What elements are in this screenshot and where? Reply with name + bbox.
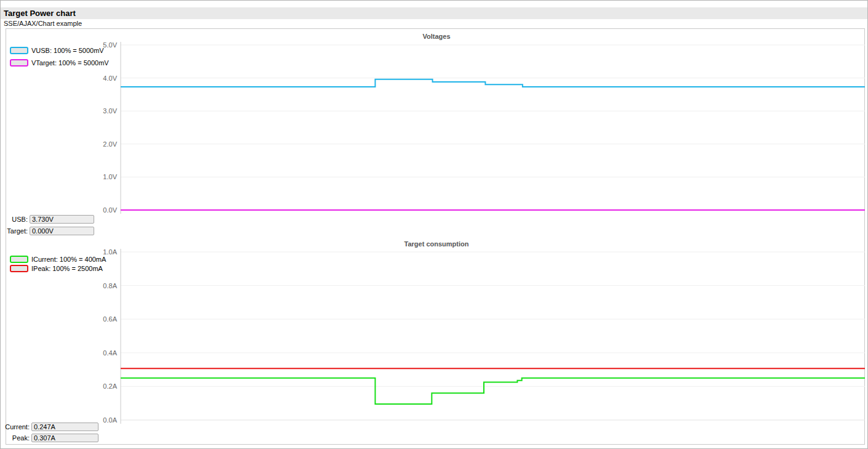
current-field-input[interactable] [31,423,98,431]
usb-field-row: USB: [1,214,94,224]
voltage-legend: VUSB: 100% = 5000mV VTarget: 100% = 5000… [10,47,109,71]
current-legend: ICurrent: 100% = 400mA IPeak: 100% = 250… [10,256,106,274]
icurrent-legend-label: ICurrent: 100% = 400mA [31,256,106,263]
title-bar: Target Power chart [1,7,867,19]
vusb-legend-label: VUSB: 100% = 5000mV [31,47,104,54]
page-subtitle: SSE/AJAX/Chart example [4,20,82,27]
current-field-label: Current: [1,423,30,431]
y-tick-label: 1.0V [103,173,117,180]
ipeak-legend-label: IPeak: 100% = 2500mA [31,265,103,272]
peak-field-input[interactable] [31,434,98,442]
y-tick-label: 0.4A [103,349,117,357]
peak-field-row: Peak: [1,433,98,442]
y-tick-label: 0.0V [103,206,117,214]
icurrent-series-line [121,378,865,404]
ipeak-swatch [10,265,28,272]
y-tick-label: 0.0A [103,416,117,424]
y-tick-label: 2.0V [103,140,117,148]
y-tick-label: 0.6A [103,315,117,323]
current-field-row: Current: [1,422,98,431]
legend-item-ipeak: IPeak: 100% = 2500mA [10,265,106,272]
y-tick-label: 0.8A [103,282,117,289]
target-field-input[interactable] [30,227,94,235]
y-tick-label: 3.0V [103,107,117,115]
legend-item-icurrent: ICurrent: 100% = 400mA [10,256,106,263]
legend-item-vusb: VUSB: 100% = 5000mV [10,47,109,54]
page: { "header": { "title": "Target Power cha… [0,0,868,449]
target-field-label: Target: [1,227,28,235]
voltages-chart: 5.0V4.0V3.0V2.0V1.0V0.0V [1,28,868,222]
peak-field-label: Peak: [1,434,30,442]
y-tick-label: 0.2A [103,382,117,390]
consumption-chart: 1.0A0.8A0.6A0.4A0.2A0.0A [1,236,868,433]
y-tick-label: 1.0A [103,248,117,256]
page-title: Target Power chart [4,9,76,18]
y-tick-label: 4.0V [103,75,117,82]
vtarget-swatch [10,59,28,67]
usb-field-label: USB: [1,216,28,223]
target-field-row: Target: [1,226,94,235]
legend-item-vtarget: VTarget: 100% = 5000mV [10,59,109,67]
vtarget-legend-label: VTarget: 100% = 5000mV [31,59,109,67]
usb-field-input[interactable] [30,215,94,224]
vusb-swatch [10,47,28,54]
icurrent-swatch [10,256,28,263]
vusb-series-line [121,79,865,87]
